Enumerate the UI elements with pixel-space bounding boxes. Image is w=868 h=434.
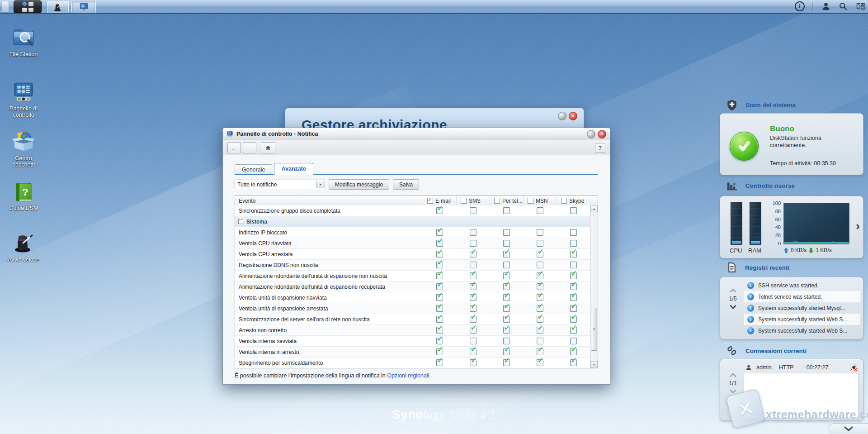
table-row[interactable]: Ventola CPU riavviata: [235, 238, 590, 249]
table-scrollbar[interactable]: ▲ ▼: [590, 205, 598, 368]
checkbox-unchecked[interactable]: [537, 207, 543, 214]
checkbox-checked[interactable]: [470, 251, 476, 258]
checkbox-unchecked[interactable]: [537, 240, 543, 247]
checkbox-checked[interactable]: [436, 327, 443, 334]
checkbox-checked[interactable]: [503, 316, 510, 323]
table-row[interactable]: Registrazione DDNS non riuscita: [235, 260, 590, 271]
checkbox-unchecked[interactable]: [537, 229, 543, 236]
checkbox-checked[interactable]: [470, 305, 476, 312]
close-icon[interactable]: ✕: [569, 112, 577, 120]
desktop-icon-quick-start[interactable]: Avvio veloce: [5, 231, 42, 263]
checkbox-unchecked[interactable]: [503, 229, 510, 236]
scroll-thumb[interactable]: [591, 308, 597, 351]
checkbox-checked[interactable]: [570, 316, 577, 323]
table-row[interactable]: Ventola unità di espansione arrestata: [235, 303, 590, 314]
checkbox-unchecked[interactable]: [537, 262, 543, 268]
checkbox-checked[interactable]: [570, 348, 577, 355]
info-icon[interactable]: i: [795, 1, 805, 11]
table-row[interactable]: Alimentazione ridondante dell'unità di e…: [235, 281, 590, 292]
checkbox-checked[interactable]: [503, 294, 510, 301]
checkbox-checked[interactable]: [470, 359, 476, 366]
edit-message-button[interactable]: Modifica messaggio: [329, 179, 389, 190]
checkbox-checked[interactable]: [436, 283, 443, 290]
checkbox-checked[interactable]: [436, 305, 443, 312]
desktop-icon-package-center[interactable]: Centro pacchetti: [5, 129, 42, 168]
user-icon[interactable]: [821, 2, 830, 11]
checkbox-checked[interactable]: [503, 272, 510, 279]
checkbox-checked[interactable]: [537, 316, 543, 323]
checkbox-checked[interactable]: [503, 359, 510, 366]
desktop-icon-file-station[interactable]: File Station: [5, 25, 42, 57]
checkbox-checked[interactable]: [570, 283, 577, 290]
page-down-icon[interactable]: [730, 390, 736, 394]
column-select-all-checkbox[interactable]: [561, 198, 567, 204]
checkbox-checked[interactable]: [537, 251, 543, 258]
checkbox-checked[interactable]: [470, 294, 476, 301]
desktop-icon-dsm-help[interactable]: ? Guida DSM: [5, 179, 42, 211]
checkbox-unchecked[interactable]: [570, 338, 577, 344]
checkbox-checked[interactable]: [436, 348, 443, 355]
group-row-sistema[interactable]: Sistema: [235, 216, 590, 227]
table-row[interactable]: Sincronizzazione gruppo disco completata: [235, 205, 590, 216]
checkbox-checked[interactable]: [570, 251, 577, 258]
checkbox-checked[interactable]: [537, 348, 543, 355]
checkbox-checked[interactable]: [470, 283, 476, 290]
scroll-up-icon[interactable]: ▲: [590, 205, 598, 212]
table-row[interactable]: Spegnimento per surriscaldamento: [235, 358, 590, 368]
checkbox-checked[interactable]: [570, 305, 577, 312]
minimize-button[interactable]: [558, 112, 566, 120]
show-desktop-button[interactable]: [2, 1, 9, 13]
close-icon[interactable]: ✕: [598, 130, 606, 138]
widget-collapse-tab[interactable]: [829, 423, 868, 434]
disconnect-icon[interactable]: [849, 363, 858, 372]
checkbox-checked[interactable]: [503, 327, 510, 334]
table-row[interactable]: Sincronizzazione del server dell'ora di …: [235, 314, 590, 325]
checkbox-checked[interactable]: [436, 240, 443, 247]
desktop-icon-control-panel[interactable]: Pannello di controllo: [5, 80, 42, 119]
forward-button[interactable]: →: [243, 142, 256, 153]
table-row[interactable]: Ventola unità di espansione riavviata: [235, 292, 590, 303]
checkbox-checked[interactable]: [570, 294, 577, 301]
checkbox-checked[interactable]: [470, 316, 476, 323]
scroll-down-icon[interactable]: ▼: [590, 361, 598, 368]
resource-monitor-panel[interactable]: CPU RAM 100806040200 0 KB/s 1 KB/s ›: [720, 196, 863, 258]
save-button[interactable]: Salva: [393, 179, 419, 190]
checkbox-checked[interactable]: [570, 327, 577, 334]
checkbox-checked[interactable]: [470, 272, 476, 279]
table-row[interactable]: Indirizzo IP bloccato: [235, 227, 590, 238]
checkbox-checked[interactable]: [537, 294, 543, 301]
checkbox-unchecked[interactable]: [570, 262, 577, 268]
checkbox-unchecked[interactable]: [570, 229, 577, 236]
expand-chevron-icon[interactable]: ›: [856, 219, 860, 233]
pilot-view-icon[interactable]: [856, 2, 865, 11]
checkbox-checked[interactable]: [537, 359, 543, 366]
table-row[interactable]: Ventola interna in arresto.: [235, 347, 590, 358]
checkbox-checked[interactable]: [436, 207, 443, 214]
checkbox-unchecked[interactable]: [470, 338, 476, 344]
checkbox-unchecked[interactable]: [470, 262, 476, 268]
regional-options-link[interactable]: Opzioni regionali: [387, 372, 429, 379]
checkbox-checked[interactable]: [537, 305, 543, 312]
checkbox-checked[interactable]: [570, 359, 577, 366]
table-row[interactable]: Alimentazione ridondante dell'unità di e…: [235, 271, 590, 281]
control-panel-task-button[interactable]: [71, 1, 96, 13]
page-up-icon[interactable]: [730, 373, 736, 377]
checkbox-unchecked[interactable]: [537, 338, 543, 344]
checkbox-unchecked[interactable]: [503, 262, 510, 268]
help-button[interactable]: ?: [595, 143, 605, 153]
checkbox-unchecked[interactable]: [503, 240, 510, 247]
back-button[interactable]: ←: [227, 142, 241, 153]
table-row[interactable]: Ventola CPU arrestata: [235, 249, 590, 260]
checkbox-checked[interactable]: [470, 348, 476, 355]
checkbox-checked[interactable]: [503, 251, 510, 258]
checkbox-checked[interactable]: [570, 272, 577, 279]
main-menu-button[interactable]: [14, 0, 42, 13]
column-select-all-checkbox[interactable]: [461, 198, 467, 204]
minimize-button[interactable]: [587, 130, 595, 138]
checkbox-unchecked[interactable]: [470, 207, 476, 214]
checkbox-checked[interactable]: [537, 327, 543, 334]
table-row[interactable]: Ventola interna riavviata: [235, 336, 590, 347]
table-row[interactable]: Arresto non corretto: [235, 325, 590, 336]
checkbox-checked[interactable]: [503, 305, 510, 312]
column-select-all-checkbox[interactable]: [528, 198, 533, 204]
